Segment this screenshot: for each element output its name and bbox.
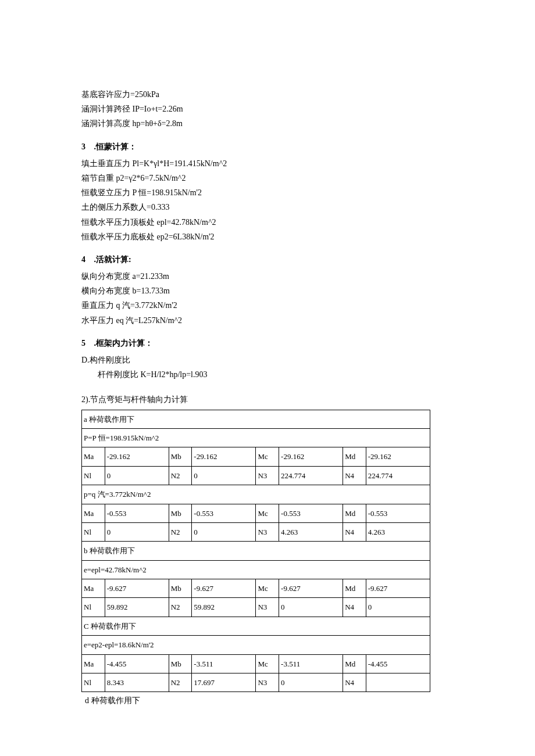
section-5-heading: 5 .框架内力计算： [81, 336, 454, 350]
cell: 17.697 [192, 673, 256, 692]
cell: 59.892 [105, 598, 169, 617]
row-b-nl: Nl 59.892 N2 59.892 N3 0 N4 0 [82, 598, 430, 617]
b-e: e=epl=42.78kN/m^2 [82, 560, 430, 579]
calc-line: 箱节自重 p2=γ2*6=7.5kN/m^2 [81, 171, 454, 185]
cell: -9.627 [279, 579, 343, 598]
section-5-d: D.构件刚度比 [81, 353, 454, 367]
row-a-title: a 种荷载作用下 [82, 410, 430, 428]
cell: -0.553 [366, 504, 430, 522]
cell: Md [343, 504, 366, 522]
calc-line: 纵向分布宽度 a=21.233m [81, 269, 454, 284]
section-5-k: 杆件刚度比 K=H/l2*hp/lp=l.903 [81, 367, 454, 382]
calc-line: 恒载水平压力底板处 ep2=6L38kN/m'2 [81, 230, 454, 244]
cell: N2 [169, 598, 192, 617]
cell: N4 [343, 522, 366, 541]
cell: 8.343 [105, 673, 169, 692]
cell: 0 [192, 522, 256, 541]
cell: Md [343, 579, 366, 598]
pre-line: 涵洞计算跨径 IP=Io+t=2.26m [81, 102, 454, 116]
cell: N4 [343, 466, 366, 485]
cell: Mb [169, 504, 192, 522]
calc-line: 土的侧压力系数人=0.333 [81, 200, 454, 214]
cell: -4.455 [366, 654, 430, 673]
cell: Ma [82, 579, 105, 598]
cell: -4.455 [105, 654, 169, 673]
cell: 224.774 [279, 466, 343, 485]
a-title: a 种荷载作用下 [82, 410, 430, 428]
cell: Md [343, 654, 366, 673]
cell: N2 [169, 522, 192, 541]
section-number: 3 [81, 139, 92, 154]
section-title: .框架内力计算： [94, 339, 154, 347]
row-b-e: e=epl=42.78kN/m^2 [82, 560, 430, 579]
section-title: .活就计算: [94, 255, 131, 264]
cell: N3 [256, 522, 279, 541]
cell: Mb [169, 654, 192, 673]
cell: -0.553 [279, 504, 343, 522]
cell: N2 [169, 673, 192, 692]
cell: 0 [192, 466, 256, 485]
cell: Mc [256, 447, 279, 466]
row-c-nl: Nl 8.343 N2 17.697 N3 0 N4 [82, 673, 430, 692]
cell: N3 [256, 466, 279, 485]
cell: 4.263 [279, 522, 343, 541]
cell: 0 [279, 598, 343, 617]
cell: N4 [343, 598, 366, 617]
cell: 0 [279, 673, 343, 692]
cell: -0.553 [105, 504, 169, 522]
section-5-2: 2).节点弯矩与杆件轴向力计算 [81, 392, 454, 407]
cell: -29.162 [105, 447, 169, 466]
calc-line: 恒载水平压力顶板处 epl=42.78kN/m^2 [81, 215, 454, 230]
cell: Mc [256, 579, 279, 598]
row-a-ma2: Ma -0.553 Mb -0.553 Mc -0.553 Md -0.553 [82, 504, 430, 522]
cell: -29.162 [192, 447, 256, 466]
cell: -9.627 [366, 579, 430, 598]
cell: Mc [256, 504, 279, 522]
c-e: e=ep2-epl=18.6kN/m'2 [82, 636, 430, 654]
row-c-ma: Ma -4.455 Mb -3.511 Mc -3.511 Md -4.455 [82, 654, 430, 673]
section-3-body: 填土垂直压力 Pl=K*γl*H=191.415kN/m^2 箱节自重 p2=γ… [81, 156, 454, 244]
b-title: b 种荷载作用下 [82, 542, 430, 560]
pre-section: 基底容许应力=250kPa 涵洞计算跨径 IP=Io+t=2.26m 涵洞计算高… [81, 87, 454, 131]
pre-line: 基底容许应力=250kPa [81, 87, 454, 102]
d-load-line: d 种荷载作用下 [81, 693, 454, 708]
cell: Mb [169, 447, 192, 466]
calc-line: 垂直压力 q 汽=3.772kN/m'2 [81, 298, 454, 313]
cell: -29.162 [279, 447, 343, 466]
cell: 0 [105, 466, 169, 485]
cell: Nl [82, 522, 105, 541]
row-a-nl: Nl 0 N2 0 N3 224.774 N4 224.774 [82, 466, 430, 485]
cell: -0.553 [192, 504, 256, 522]
cell [366, 673, 430, 692]
cell: 4.263 [366, 522, 430, 541]
cell: Nl [82, 673, 105, 692]
section-number: 4 [81, 252, 92, 267]
section-number: 5 [81, 336, 92, 350]
row-b-title: b 种荷载作用下 [82, 542, 430, 560]
row-a-ma: Ma -29.162 Mb -29.162 Mc -29.162 Md -29.… [82, 447, 430, 466]
cell: N4 [343, 673, 366, 692]
cell: -9.627 [192, 579, 256, 598]
row-c-e: e=ep2-epl=18.6kN/m'2 [82, 636, 430, 654]
cell: Ma [82, 447, 105, 466]
cell: 0 [366, 598, 430, 617]
c-title: C 种荷载作用下 [82, 617, 430, 635]
cell: -9.627 [105, 579, 169, 598]
row-a-pq: p=q 汽=3.772kN/m^2 [82, 485, 430, 504]
cell: 59.892 [192, 598, 256, 617]
cell: 224.774 [366, 466, 430, 485]
cell: Ma [82, 654, 105, 673]
row-a-p: P=P 恒=198.915kN/m^2 [82, 428, 430, 447]
cell: N2 [169, 466, 192, 485]
cell: N3 [256, 673, 279, 692]
section-4-body: 纵向分布宽度 a=21.233m 横向分布宽度 b=13.733m 垂直压力 q… [81, 269, 454, 328]
a-p: P=P 恒=198.915kN/m^2 [82, 428, 430, 447]
row-a-nl2: Nl 0 N2 0 N3 4.263 N4 4.263 [82, 522, 430, 541]
cell: -29.162 [366, 447, 430, 466]
calc-line: 水平压力 eq 汽=L257kN/m^2 [81, 313, 454, 328]
cell: -3.511 [279, 654, 343, 673]
cell: -3.511 [192, 654, 256, 673]
row-c-title: C 种荷载作用下 [82, 617, 430, 635]
cell: Nl [82, 466, 105, 485]
moment-axial-table: a 种荷载作用下 P=P 恒=198.915kN/m^2 Ma -29.162 … [81, 410, 430, 693]
